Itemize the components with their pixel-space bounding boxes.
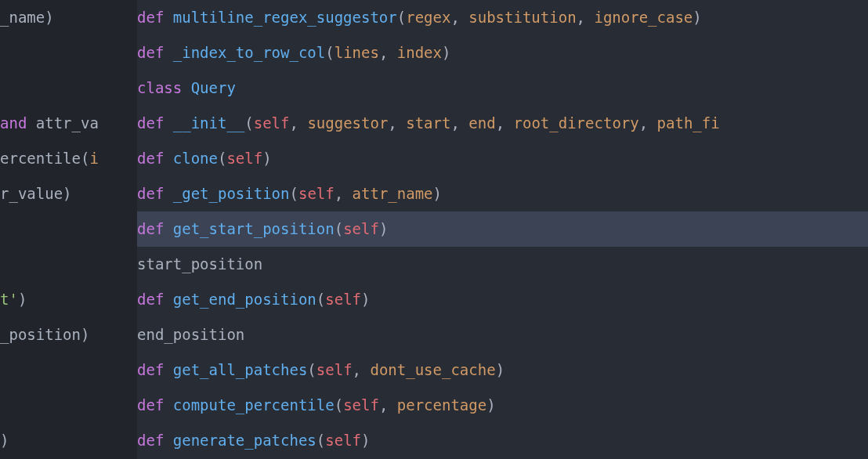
code-token: ) [442,42,450,64]
code-token: clone [173,147,218,170]
code-token: get_end_position [173,288,316,311]
code-token: , [450,112,468,135]
code-token: , [388,112,406,135]
code-token: get_all_patches [173,359,308,381]
code-token: def [137,394,173,417]
code-token: ( [325,42,334,64]
code-token: def [137,218,173,240]
code-line: _name) [0,0,137,35]
code-token: class [137,77,191,99]
code-line [0,352,137,388]
outline-item[interactable]: def __init__(self, suggestor, start, end… [137,106,868,141]
code-token: , [335,183,353,205]
outline-item[interactable]: def clone(self) [137,141,868,176]
code-token: ) [361,429,370,452]
code-token: ( [316,429,325,452]
outline-item[interactable]: class Query [137,70,868,106]
code-token: self [325,288,361,311]
code-token: ) [379,218,388,240]
code-token: , [290,112,308,135]
code-token: multiline_regex_suggestor [173,6,397,29]
outline-item[interactable]: start_position [137,247,868,282]
outline-item[interactable]: def multiline_regex_suggestor(regex, sub… [137,0,868,35]
code-token: ( [218,147,226,170]
code-token: attr_va [27,112,99,135]
code-token: ( [335,218,343,240]
code-token: self [298,183,335,205]
outline-item[interactable]: def generate_patches(self) [137,423,868,458]
code-token: substitution [468,6,576,29]
code-token: get_start_position [173,218,335,240]
code-token: ) [262,147,271,170]
code-token: ) [18,288,27,311]
code-line: _position) [0,317,137,352]
outline-item[interactable]: def _get_position(self, attr_name) [137,176,868,211]
code-token: self [343,394,379,417]
code-token: , [379,42,397,64]
outline-item[interactable]: def _index_to_row_col(lines, index) [137,35,868,70]
outline-item-selected[interactable]: def get_start_position(self) [137,211,868,247]
code-token: def [137,6,173,29]
outline-item[interactable]: def get_all_patches(self, dont_use_cache… [137,352,868,388]
code-token: ) [496,359,505,381]
code-token: def [137,288,173,311]
code-token: ( [316,288,325,311]
outline-item[interactable]: end_position [137,317,868,352]
code-token: end_position [137,323,244,346]
code-token: start_position [137,253,262,276]
code-token: ) [486,394,495,417]
code-token: t' [0,288,18,311]
code-token: __init__ [173,112,245,135]
code-token: attr_name [353,183,433,205]
code-token: ( [289,183,298,205]
code-token: self [226,147,262,170]
code-token: regex [406,6,450,29]
code-token: ( [335,394,343,417]
code-token: path_fi [657,112,720,135]
code-token: def [137,147,173,170]
code-token: lines [335,42,379,64]
code-token: def [137,42,173,64]
code-token: ( [244,112,253,135]
outline-panel: def multiline_regex_suggestor(regex, sub… [137,0,868,459]
code-token: def [137,359,173,381]
code-token: start [406,112,450,135]
code-token: self [316,359,353,381]
code-token: _name [0,6,45,29]
code-token: _position) [0,323,89,346]
code-token: , [496,112,514,135]
code-token: self [325,429,361,452]
code-token: , [639,112,657,135]
code-line [0,247,137,282]
code-line: ercentile(i [0,141,137,176]
code-token: ) [433,183,442,205]
code-token: index [397,42,442,64]
code-token: ( [307,359,316,381]
code-token: ) [361,288,370,311]
code-token: ercentile( [0,147,89,170]
code-token: def [137,112,173,135]
code-line: t') [0,282,137,317]
code-token: i [89,147,98,170]
code-token: , [379,394,397,417]
code-token: ) [45,6,53,29]
code-line [0,388,137,423]
code-token: ignore_case [594,6,693,29]
code-line [0,70,137,106]
outline-item[interactable]: def get_end_position(self) [137,282,868,317]
code-token: r_value) [0,183,72,205]
code-token: _get_position [173,183,290,205]
code-token: def [137,183,173,205]
code-token: ) [0,429,9,452]
code-token: , [353,359,371,381]
code-token: self [254,112,290,135]
code-line [0,211,137,247]
code-line: r_value) [0,176,137,211]
code-token: , [577,6,595,29]
code-line [0,35,137,70]
code-token: percentage [397,394,486,417]
code-token: self [343,218,379,240]
code-token: _index_to_row_col [173,42,325,64]
code-token: Query [191,77,236,99]
outline-item[interactable]: def compute_percentile(self, percentage) [137,388,868,423]
